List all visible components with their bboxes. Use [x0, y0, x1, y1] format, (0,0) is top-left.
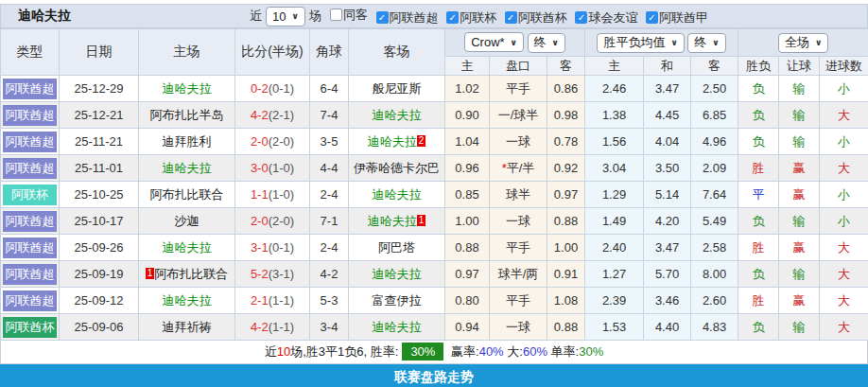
score-cell[interactable]: 0-2(0-1): [235, 76, 310, 102]
home-team-cell[interactable]: 迪哈夫拉: [139, 235, 235, 261]
chevron-down-icon: ∨: [670, 38, 677, 47]
euro-away-odds-cell: 7.64: [691, 182, 738, 208]
summary-segment: 近: [265, 344, 277, 359]
match-type-cell: 阿联酋超: [1, 76, 60, 102]
away-team-name: 迪哈夫拉: [373, 187, 422, 202]
league-badge[interactable]: 阿联酋超: [3, 132, 57, 152]
column-header-score: 比分(半场): [235, 29, 310, 76]
asian-away-odds-cell: 0.86: [547, 76, 585, 102]
match-date-cell: 25-09-12: [60, 288, 139, 314]
away-team-cell[interactable]: 伊蒂哈德卡尔巴: [349, 155, 445, 182]
filter-controls: 近 10 ∨ 场 同客 ✓ 阿联酋超 ✓ 阿联杯 ✓ 阿联酋杯 ✓ 球会友谊 ✓…: [246, 7, 867, 26]
euro-home-odds-cell: 3.04: [585, 155, 644, 182]
result-wdl-cell: 胜: [738, 288, 779, 314]
result-wdl-cell: 负: [738, 261, 779, 288]
league-filter[interactable]: ✓ 阿联酋超: [376, 9, 439, 26]
euro-draw-odds-cell: 4.20: [644, 208, 691, 235]
bookmaker-select[interactable]: Crow*∨: [464, 32, 524, 52]
asian-home-odds-cell: 0.96: [445, 155, 490, 182]
table-row: 阿联酋超 25-12-29 迪哈夫拉 0-2(0-1) 6-4 般尼亚斯 1.0…: [1, 76, 868, 102]
away-team-cell[interactable]: 迪哈夫拉1: [349, 208, 445, 235]
away-team-cell[interactable]: 迪哈夫拉: [349, 261, 445, 288]
result-goals-cell: 小: [820, 129, 868, 155]
match-type-cell: 阿联酋超: [1, 261, 60, 288]
result-wdl-cell: 胜: [738, 155, 779, 182]
league-badge[interactable]: 阿联酋超: [3, 237, 57, 258]
away-team-name: 迪哈夫拉: [368, 214, 417, 228]
home-team-cell[interactable]: 1阿布扎比联合: [139, 261, 235, 288]
league-badge[interactable]: 阿联酋超: [3, 264, 57, 285]
score-cell[interactable]: 2-1(1-1): [235, 288, 310, 314]
scope-select[interactable]: 全场∨: [778, 33, 828, 53]
home-team-cell[interactable]: 迪哈夫拉: [139, 155, 235, 182]
euro-odds-mode-select[interactable]: 胜平负均值∨: [597, 33, 684, 53]
league-badge[interactable]: 阿联酋超: [3, 158, 57, 179]
home-team-cell[interactable]: 沙迦: [139, 208, 235, 235]
away-team-name: 迪哈夫拉: [373, 267, 422, 281]
corners-cell: 5-3: [310, 288, 349, 314]
handicap-cell: 平手: [490, 76, 547, 102]
filter-label: 阿联酋甲: [659, 9, 708, 26]
league-badge[interactable]: 阿联酋超: [3, 105, 57, 126]
score-cell[interactable]: 2-0(2-0): [235, 208, 310, 235]
home-team-name: 迪哈夫拉: [163, 81, 212, 96]
home-team-cell[interactable]: 阿布扎比联合: [139, 182, 235, 208]
score-cell[interactable]: 5-2(3-1): [235, 261, 310, 288]
handicap-cell: *平/半: [490, 155, 547, 182]
column-header-asian-handicap: 盘口: [490, 57, 547, 76]
league-filter[interactable]: ✓ 阿联酋甲: [646, 9, 708, 26]
league-badge[interactable]: 阿联杯: [3, 185, 57, 205]
result-goals-cell: 大: [820, 155, 868, 182]
league-badge[interactable]: 阿联酋超: [3, 79, 57, 99]
result-wdl-cell: 负: [738, 102, 779, 129]
asian-odds-time-select[interactable]: 终∨: [528, 33, 565, 53]
filter-label: 阿联酋杯: [518, 9, 567, 26]
league-badge[interactable]: 阿联酋超: [3, 290, 57, 311]
league-filter[interactable]: 同客: [330, 7, 368, 24]
away-team-cell[interactable]: 阿巴塔: [349, 235, 445, 261]
away-team-cell[interactable]: 迪哈夫拉: [349, 102, 445, 129]
handicap-cell: 一球: [490, 314, 547, 341]
summary-segment: 40%: [479, 344, 504, 359]
summary-segment: 赢率:: [447, 344, 478, 359]
euro-home-odds-cell: 1.56: [585, 129, 644, 155]
euro-odds-time-select[interactable]: 终∨: [687, 33, 725, 53]
summary-segment: 场,胜3平1负6, 胜率:: [290, 344, 398, 359]
away-team-cell[interactable]: 迪哈夫拉2: [349, 129, 445, 155]
away-team-cell[interactable]: 富查伊拉: [349, 288, 445, 314]
away-team-cell[interactable]: 般尼亚斯: [349, 76, 445, 102]
asian-home-odds-cell: 0.85: [445, 182, 490, 208]
away-team-cell[interactable]: 迪哈夫拉: [349, 314, 445, 341]
home-team-cell[interactable]: 迪拜胜利: [139, 129, 235, 155]
column-header-result-wdl: 胜负: [738, 57, 779, 76]
score-cell[interactable]: 2-0(2-0): [235, 129, 310, 155]
asian-away-odds-cell: 0.91: [547, 261, 585, 288]
score-cell[interactable]: 4-2(1-1): [235, 314, 310, 341]
score-cell[interactable]: 3-1(0-1): [235, 235, 310, 261]
home-team-cell[interactable]: 迪哈夫拉: [139, 288, 235, 314]
score-cell[interactable]: 3-0(1-0): [235, 155, 310, 182]
league-badge[interactable]: 阿联酋超: [3, 211, 57, 232]
away-team-cell[interactable]: 迪哈夫拉: [349, 182, 445, 208]
league-filter[interactable]: ✓ 阿联杯: [446, 9, 496, 26]
league-badge[interactable]: 阿联酋杯: [3, 317, 57, 338]
league-filter[interactable]: ✓ 球会友谊: [575, 9, 637, 26]
home-team-cell[interactable]: 阿布扎比半岛: [139, 102, 235, 129]
corners-cell: 7-1: [310, 208, 349, 235]
league-trend-link[interactable]: 联赛盘路走势: [0, 364, 868, 387]
match-date-cell: 25-10-17: [60, 208, 139, 235]
column-header-date: 日期: [60, 29, 139, 76]
asian-away-odds-cell: 0.88: [547, 208, 585, 235]
recent-suffix-label: 场: [309, 8, 321, 25]
recent-matches-select[interactable]: 10 ∨: [266, 7, 305, 26]
column-header-euro-draw: 和: [644, 57, 691, 76]
home-team-cell[interactable]: 迪哈夫拉: [139, 76, 235, 102]
score-cell[interactable]: 4-2(2-1): [235, 102, 310, 129]
league-filter[interactable]: ✓ 阿联酋杯: [505, 9, 567, 26]
euro-away-odds-cell: 2.58: [691, 235, 738, 261]
result-goals-cell: 大: [820, 102, 868, 129]
match-type-cell: 阿联酋超: [1, 155, 60, 182]
home-team-cell[interactable]: 迪拜祈祷: [139, 314, 235, 341]
summary-segment: 10: [277, 344, 290, 359]
score-cell[interactable]: 1-1(1-0): [235, 182, 310, 208]
